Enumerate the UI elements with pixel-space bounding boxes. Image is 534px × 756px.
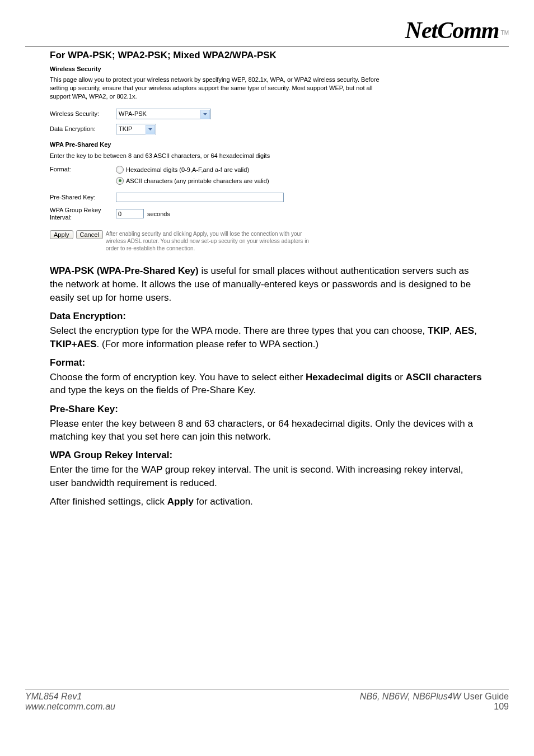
- header-divider: [25, 46, 509, 46]
- psk-heading: WPA Pre-Shared Key: [50, 141, 380, 148]
- footer-doc-id: YML854 Rev1: [25, 692, 82, 701]
- apply-button[interactable]: Apply: [50, 230, 73, 239]
- panel-description: This page allow you to protect your wire…: [50, 76, 380, 101]
- footer-url: www.netcomm.com.au: [25, 702, 115, 711]
- chevron-down-icon: [200, 110, 210, 119]
- encryption-select[interactable]: TKIP: [116, 124, 156, 134]
- format-option-ascii: ASCII characters (any printable characte…: [126, 178, 269, 184]
- wireless-security-panel: Wireless Security This page allow you to…: [50, 66, 380, 252]
- data-encryption-body: Select the encryption type for the WPA m…: [50, 324, 484, 351]
- apply-warning-note: After enabling security and clicking App…: [106, 230, 318, 252]
- brand-logo: NetCommTM: [25, 11, 509, 46]
- section-title: For WPA-PSK; WPA2-PSK; Mixed WPA2/WPA-PS…: [50, 50, 509, 61]
- intro-bold: WPA-PSK (WPA-Pre-Shared Key): [50, 265, 199, 276]
- rekey-body: Enter the time for the WAP group rekey i…: [50, 463, 484, 489]
- psk-note: Enter the key to be between 8 and 63 ASC…: [50, 152, 380, 159]
- footer-guide-label: User Guide: [463, 692, 509, 701]
- format-radio-hex[interactable]: [116, 166, 124, 174]
- footer-right: NB6, NB6W, NB6Plus4W User Guide 109: [360, 692, 509, 712]
- cancel-button[interactable]: Cancel: [76, 230, 103, 239]
- format-heading: Format:: [50, 356, 484, 370]
- preshare-body: Please enter the key between 8 and 63 ch…: [50, 417, 484, 444]
- trademark-symbol: TM: [501, 30, 509, 36]
- preshare-heading: Pre-Share Key:: [50, 403, 484, 416]
- panel-title: Wireless Security: [50, 66, 380, 72]
- security-label: Wireless Security:: [50, 110, 116, 117]
- encryption-select-value: TKIP: [119, 125, 132, 132]
- rekey-unit: seconds: [147, 211, 170, 217]
- rekey-label: WPA Group Rekey Interval:: [50, 207, 116, 221]
- data-encryption-heading: Data Encryption:: [50, 310, 484, 323]
- chevron-down-icon: [146, 125, 155, 134]
- rekey-heading: WPA Group Rekey Interval:: [50, 449, 484, 462]
- format-option-hex: Hexadecimal digits (0-9,A-F,and a-f are …: [126, 166, 249, 173]
- footer-product: NB6, NB6W, NB6Plus4W: [360, 692, 463, 701]
- format-body: Choose the form of encryption key. You h…: [50, 371, 484, 397]
- intro-paragraph: WPA-PSK (WPA-Pre-Shared Key) is useful f…: [50, 264, 484, 304]
- footer-page-number: 109: [494, 702, 509, 711]
- rekey-interval-input[interactable]: [116, 209, 144, 218]
- security-select[interactable]: WPA-PSK: [116, 109, 211, 119]
- preshared-key-input[interactable]: [116, 193, 284, 202]
- preshared-label: Pre-Shared Key:: [50, 194, 116, 200]
- page-footer: YML854 Rev1 www.netcomm.com.au NB6, NB6W…: [25, 689, 509, 712]
- format-radio-ascii[interactable]: [116, 177, 124, 185]
- logo-text: NetComm: [405, 17, 499, 44]
- encryption-label: Data Encryption:: [50, 125, 116, 132]
- after-paragraph: After finished settings, click Apply for…: [50, 495, 484, 508]
- format-label: Format:: [50, 166, 116, 172]
- security-select-value: WPA-PSK: [119, 110, 147, 117]
- footer-left: YML854 Rev1 www.netcomm.com.au: [25, 692, 115, 712]
